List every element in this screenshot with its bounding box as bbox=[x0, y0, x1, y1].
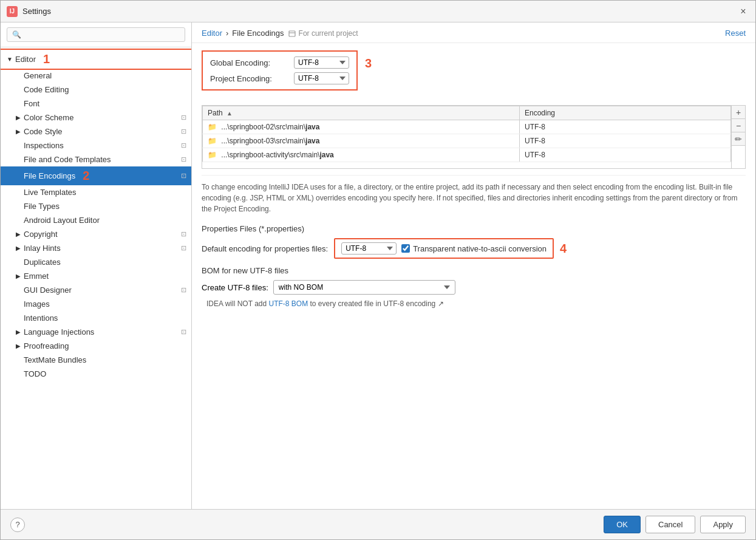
sidebar-item-textmate-bundles[interactable]: TextMate Bundles bbox=[1, 353, 191, 367]
sidebar-android-label: Android Layout Editor bbox=[24, 216, 100, 225]
properties-section: Properties Files (*.properties) Default … bbox=[202, 224, 746, 259]
sidebar: ▼ Editor 1 General Code Editing F bbox=[1, 22, 192, 509]
sidebar-item-todo[interactable]: TODO bbox=[1, 367, 191, 381]
bom-section: BOM for new UTF-8 files Create UTF-8 fil… bbox=[202, 266, 746, 308]
project-encoding-select[interactable]: UTF-8 UTF-16 ISO-8859-1 bbox=[294, 72, 349, 84]
sidebar-item-font[interactable]: Font bbox=[1, 97, 191, 111]
close-button[interactable]: × bbox=[737, 5, 749, 18]
sidebar-item-inlay-hints[interactable]: ▶ Inlay Hints ⊡ bbox=[1, 241, 191, 255]
sidebar-images-label: Images bbox=[24, 299, 50, 309]
search-input[interactable] bbox=[7, 27, 185, 42]
annotation-1: 1 bbox=[43, 52, 50, 66]
sidebar-item-inspections[interactable]: Inspections ⊡ bbox=[1, 138, 191, 152]
sidebar-language-injections-label: Language Injections bbox=[24, 327, 94, 337]
table-row[interactable]: 📁 ...\springboot-03\src\main\java UTF-8 bbox=[203, 134, 731, 148]
bom-select[interactable]: with NO BOM with BOM bbox=[273, 280, 455, 295]
annotation-2: 2 bbox=[83, 169, 89, 183]
bom-link[interactable]: UTF-8 BOM bbox=[268, 299, 308, 308]
description-text: To change encoding IntelliJ IDEA uses fo… bbox=[202, 175, 746, 214]
default-encoding-label: Default encoding for properties files: bbox=[202, 244, 328, 253]
encoding-wrapper: Global Encoding: UTF-8 UTF-16 ISO-8859-1… bbox=[202, 50, 746, 98]
transparent-conversion-text: Transparent native-to-ascii conversion bbox=[413, 244, 547, 253]
sidebar-file-code-templates-label: File and Code Templates bbox=[24, 155, 111, 164]
sidebar-item-code-editing[interactable]: Code Editing bbox=[1, 83, 191, 97]
apply-button[interactable]: Apply bbox=[700, 516, 746, 533]
sidebar-item-android-layout-editor[interactable]: Android Layout Editor bbox=[1, 213, 191, 227]
table-row[interactable]: 📁 ...\springboot-02\src\main\java UTF-8 bbox=[203, 120, 731, 134]
content-panel: Editor › File Encodings For current proj… bbox=[192, 22, 755, 509]
sidebar-textmate-label: TextMate Bundles bbox=[24, 355, 86, 364]
sidebar-live-templates-label: Live Templates bbox=[24, 188, 76, 197]
content-header: Editor › File Encodings For current proj… bbox=[192, 22, 755, 43]
table-cell-encoding-3: UTF-8 bbox=[520, 148, 731, 162]
project-encoding-row: Project Encoding: UTF-8 UTF-16 ISO-8859-… bbox=[210, 72, 349, 84]
edit-path-button[interactable]: ✏ bbox=[732, 132, 745, 146]
sidebar-item-intentions[interactable]: Intentions bbox=[1, 311, 191, 325]
sidebar-item-file-code-templates[interactable]: File and Code Templates ⊡ bbox=[1, 152, 191, 166]
sidebar-proofreading-label: Proofreading bbox=[24, 341, 69, 350]
expand-language-injections-icon: ▶ bbox=[14, 329, 22, 335]
reset-link[interactable]: Reset bbox=[725, 29, 746, 38]
sidebar-item-emmet[interactable]: ▶ Emmet bbox=[1, 269, 191, 283]
ok-button[interactable]: OK bbox=[604, 516, 641, 533]
properties-encoding-select[interactable]: UTF-8 UTF-16 ISO-8859-1 bbox=[341, 242, 397, 255]
sidebar-item-editor[interactable]: ▼ Editor 1 bbox=[1, 50, 191, 69]
copy-file-code-templates-icon: ⊡ bbox=[181, 156, 186, 163]
copy-gui-designer-icon: ⊡ bbox=[181, 286, 186, 294]
help-button[interactable]: ? bbox=[10, 518, 25, 532]
table-row[interactable]: 📁 ...\springboot-activity\src\main\java … bbox=[203, 148, 731, 162]
breadcrumb-parent[interactable]: Editor bbox=[202, 29, 222, 38]
path-table-actions: + − ✏ bbox=[732, 105, 746, 169]
global-encoding-label: Global Encoding: bbox=[210, 58, 289, 67]
sidebar-inspections-label: Inspections bbox=[24, 141, 64, 150]
transparent-conversion-checkbox[interactable] bbox=[401, 244, 410, 253]
bom-section-title: BOM for new UTF-8 files bbox=[202, 266, 746, 275]
breadcrumb-current: File Encodings bbox=[232, 29, 284, 38]
properties-row: Default encoding for properties files: U… bbox=[202, 238, 746, 259]
copy-color-scheme-icon: ⊡ bbox=[181, 114, 186, 121]
sidebar-copyright-label: Copyright bbox=[24, 230, 58, 239]
copy-language-injections-icon: ⊡ bbox=[181, 328, 186, 336]
encoding-section: Global Encoding: UTF-8 UTF-16 ISO-8859-1… bbox=[202, 50, 358, 91]
dialog-title: Settings bbox=[22, 7, 51, 16]
sidebar-item-code-style[interactable]: ▶ Code Style ⊡ bbox=[1, 125, 191, 138]
path-bold-1: java bbox=[305, 123, 319, 131]
sidebar-item-proofreading[interactable]: ▶ Proofreading bbox=[1, 339, 191, 353]
path-bold-3: java bbox=[319, 151, 333, 159]
sidebar-file-types-label: File Types bbox=[24, 202, 60, 211]
expand-inlay-hints-icon: ▶ bbox=[14, 245, 22, 251]
sidebar-font-label: Font bbox=[24, 99, 39, 108]
sidebar-item-file-encodings[interactable]: File Encodings 2 ⊡ bbox=[1, 166, 191, 185]
sidebar-item-general[interactable]: General bbox=[1, 69, 191, 83]
breadcrumb: Editor › File Encodings For current proj… bbox=[202, 29, 358, 38]
add-path-button[interactable]: + bbox=[732, 106, 745, 119]
sidebar-gui-designer-label: GUI Designer bbox=[24, 285, 72, 295]
bom-info-suffix: to every created file in UTF-8 encoding … bbox=[308, 299, 443, 308]
sidebar-code-editing-label: Code Editing bbox=[24, 85, 69, 94]
project-encoding-label: Project Encoding: bbox=[210, 74, 289, 83]
expand-emmet-icon: ▶ bbox=[14, 273, 22, 279]
encoding-col-header[interactable]: Encoding bbox=[520, 106, 731, 120]
expand-color-scheme-icon: ▶ bbox=[14, 114, 22, 121]
cancel-button[interactable]: Cancel bbox=[645, 516, 695, 533]
sidebar-editor-label: Editor bbox=[15, 55, 36, 64]
folder-icon-2: 📁 bbox=[208, 137, 217, 145]
sidebar-color-scheme-label: Color Scheme bbox=[24, 113, 73, 122]
sidebar-item-images[interactable]: Images bbox=[1, 297, 191, 311]
svg-rect-0 bbox=[289, 31, 295, 36]
annotation-3: 3 bbox=[365, 56, 372, 70]
content-body: Global Encoding: UTF-8 UTF-16 ISO-8859-1… bbox=[192, 43, 755, 509]
sidebar-item-file-types[interactable]: File Types bbox=[1, 199, 191, 213]
path-col-header[interactable]: Path ▲ bbox=[203, 106, 520, 120]
path-prefix-1: ...\springboot-02\src\main\ bbox=[221, 123, 305, 131]
sidebar-item-live-templates[interactable]: Live Templates bbox=[1, 185, 191, 199]
title-bar-left: IJ Settings bbox=[7, 6, 51, 17]
remove-path-button[interactable]: − bbox=[732, 119, 745, 132]
sidebar-item-gui-designer[interactable]: GUI Designer ⊡ bbox=[1, 283, 191, 297]
sidebar-item-language-injections[interactable]: ▶ Language Injections ⊡ bbox=[1, 325, 191, 339]
global-encoding-select[interactable]: UTF-8 UTF-16 ISO-8859-1 bbox=[294, 56, 349, 69]
sidebar-item-duplicates[interactable]: Duplicates bbox=[1, 255, 191, 269]
sidebar-item-color-scheme[interactable]: ▶ Color Scheme ⊡ bbox=[1, 111, 191, 125]
sidebar-item-copyright[interactable]: ▶ Copyright ⊡ bbox=[1, 227, 191, 241]
transparent-conversion-label[interactable]: Transparent native-to-ascii conversion bbox=[401, 244, 547, 253]
